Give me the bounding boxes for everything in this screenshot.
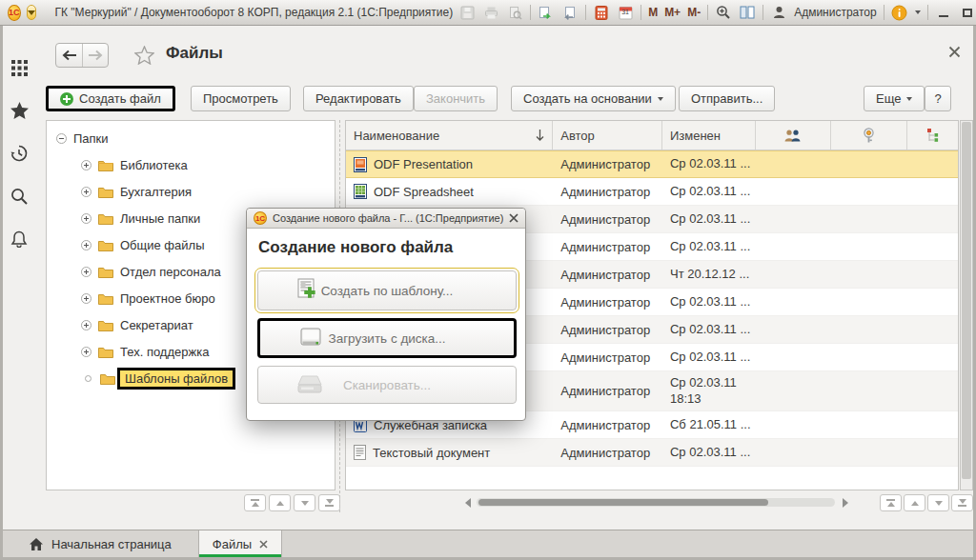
horizontal-scrollbar-thumb[interactable] xyxy=(478,499,768,506)
print-icon[interactable] xyxy=(482,4,499,21)
column-header-lock-icon[interactable] xyxy=(831,121,907,150)
people-icon xyxy=(784,130,801,142)
view-button[interactable]: Просмотреть xyxy=(191,86,291,111)
memory-plus-button[interactable]: М+ xyxy=(664,6,681,19)
finish-button[interactable]: Закончить xyxy=(414,86,498,111)
column-header-author[interactable]: Автор xyxy=(553,121,662,150)
text-document-icon xyxy=(354,445,366,460)
tree-item-hr-department[interactable]: Отдел персонала xyxy=(81,262,221,281)
column-header-editors-icon[interactable] xyxy=(756,121,832,150)
chevron-down-icon xyxy=(658,97,663,101)
print-preview-icon[interactable] xyxy=(506,4,523,21)
help-button[interactable]: ? xyxy=(925,86,951,111)
save-icon[interactable] xyxy=(458,4,476,21)
dialog-heading: Создание нового файла xyxy=(258,238,453,257)
memory-button[interactable]: М xyxy=(648,6,658,19)
left-tool-strip xyxy=(0,26,38,530)
memory-minus-button[interactable]: М- xyxy=(687,6,701,19)
create-from-template-button[interactable]: Создать по шаблону... xyxy=(257,270,517,310)
tree-item-secretariat[interactable]: Секретариат xyxy=(81,315,193,334)
more-button[interactable]: Еще xyxy=(864,86,925,111)
info-icon[interactable] xyxy=(891,4,908,21)
tree-item-project-bureau[interactable]: Проектное бюро xyxy=(81,289,215,308)
tree-go-first-button[interactable] xyxy=(244,494,266,511)
tree-go-up-button[interactable] xyxy=(269,494,291,511)
search-icon[interactable] xyxy=(10,188,28,205)
favorites-icon[interactable] xyxy=(10,102,29,119)
history-nav-group xyxy=(55,43,109,68)
home-icon xyxy=(29,537,44,551)
split-view-icon[interactable] xyxy=(739,4,756,21)
favorite-star-icon[interactable] xyxy=(134,46,154,65)
tree-item-shared-files[interactable]: Общие файлы xyxy=(81,235,204,254)
folder-icon xyxy=(98,212,113,225)
tree-go-down-button[interactable] xyxy=(294,494,315,511)
column-header-modified[interactable]: Изменен xyxy=(662,121,756,150)
edit-button[interactable]: Редактировать xyxy=(303,86,414,111)
tab-home-page[interactable]: Начальная страница xyxy=(15,530,185,557)
expand-icon[interactable] xyxy=(81,267,92,277)
forward-button[interactable] xyxy=(82,44,108,67)
calendar-icon[interactable]: 31 xyxy=(617,4,634,21)
column-header-versions-icon[interactable] xyxy=(907,121,958,150)
tree-item-library[interactable]: Библиотека xyxy=(81,155,188,174)
expand-icon[interactable] xyxy=(81,320,92,330)
tab-files[interactable]: Файлы xyxy=(198,530,282,557)
sections-menu-icon[interactable] xyxy=(11,60,28,76)
1c-logo-icon: 1С xyxy=(254,211,267,225)
dialog-titlebar: 1С Создание нового файла - Г... (1С:Пред… xyxy=(247,209,525,229)
import-file-icon[interactable] xyxy=(538,4,555,21)
table-row[interactable]: Текстовый документ АдминистраторСр 02.03… xyxy=(346,439,958,467)
expand-icon[interactable] xyxy=(81,347,92,357)
scanner-icon xyxy=(296,374,323,395)
disk-drive-icon xyxy=(298,327,323,350)
load-from-disk-button[interactable]: Загрузить с диска... xyxy=(257,318,517,358)
vertical-scrollbar-thumb[interactable] xyxy=(962,122,971,479)
folder-icon xyxy=(98,159,113,171)
maximize-button[interactable] xyxy=(959,4,976,21)
sort-descending-icon xyxy=(536,130,544,141)
expand-icon[interactable] xyxy=(81,240,92,250)
close-tab-icon[interactable] xyxy=(259,540,268,549)
window-title: ГК "Меркурий" / Документооборот 8 КОРП, … xyxy=(55,6,454,19)
create-file-button[interactable]: Создать файл xyxy=(46,86,175,111)
create-based-on-button[interactable]: Создать на основании xyxy=(511,86,676,111)
tree-go-last-button[interactable] xyxy=(318,494,340,511)
table-row[interactable]: ODF Presentation АдминистраторСр 02.03.1… xyxy=(346,150,958,178)
send-button[interactable]: Отправить... xyxy=(679,86,775,111)
scroll-left-arrow[interactable] xyxy=(465,498,471,508)
close-form-icon[interactable] xyxy=(948,46,961,58)
table-go-down-button[interactable] xyxy=(927,494,949,511)
table-go-first-button[interactable] xyxy=(880,494,902,511)
column-header-name[interactable]: Наименование xyxy=(346,121,553,150)
history-icon[interactable] xyxy=(10,145,28,162)
horizontal-scrollbar[interactable] xyxy=(477,498,835,507)
expand-icon[interactable] xyxy=(81,160,92,170)
tree-item-file-templates[interactable]: Шаблоны файлов xyxy=(83,369,235,388)
window-titlebar: 1С ГК "Меркурий" / Документооборот 8 КОР… xyxy=(0,0,976,26)
scan-button[interactable]: Сканировать... xyxy=(257,366,517,404)
notifications-bell-icon[interactable] xyxy=(10,230,28,248)
tree-item-personal-folders[interactable]: Личные папки xyxy=(81,209,200,228)
calendar-day-label: 31 xyxy=(617,9,634,15)
scroll-right-arrow[interactable] xyxy=(843,498,848,508)
table-go-up-button[interactable] xyxy=(904,494,925,511)
expand-icon[interactable] xyxy=(81,293,92,304)
calculator-icon[interactable] xyxy=(593,4,610,21)
table-row[interactable]: ODF Spreadsheet АдминистраторСр 02.03.11… xyxy=(346,178,958,206)
tree-item-tech-support[interactable]: Тех. поддержка xyxy=(81,342,209,361)
tree-root-folders[interactable]: Папки xyxy=(56,129,109,148)
chevron-down-icon[interactable] xyxy=(915,10,921,14)
expand-icon[interactable] xyxy=(81,213,92,224)
zoom-icon[interactable] xyxy=(715,4,732,21)
minimize-button[interactable] xyxy=(935,4,952,21)
vertical-scrollbar[interactable] xyxy=(960,120,973,490)
expand-icon[interactable] xyxy=(81,187,92,197)
tree-item-accounting[interactable]: Бухгалтерия xyxy=(81,182,192,201)
table-go-last-button[interactable] xyxy=(951,494,973,511)
dialog-close-button[interactable] xyxy=(509,213,518,223)
collapse-icon[interactable] xyxy=(56,133,67,144)
main-menu-button[interactable] xyxy=(27,5,36,20)
back-button[interactable] xyxy=(56,44,82,67)
export-file-icon[interactable] xyxy=(561,4,579,21)
